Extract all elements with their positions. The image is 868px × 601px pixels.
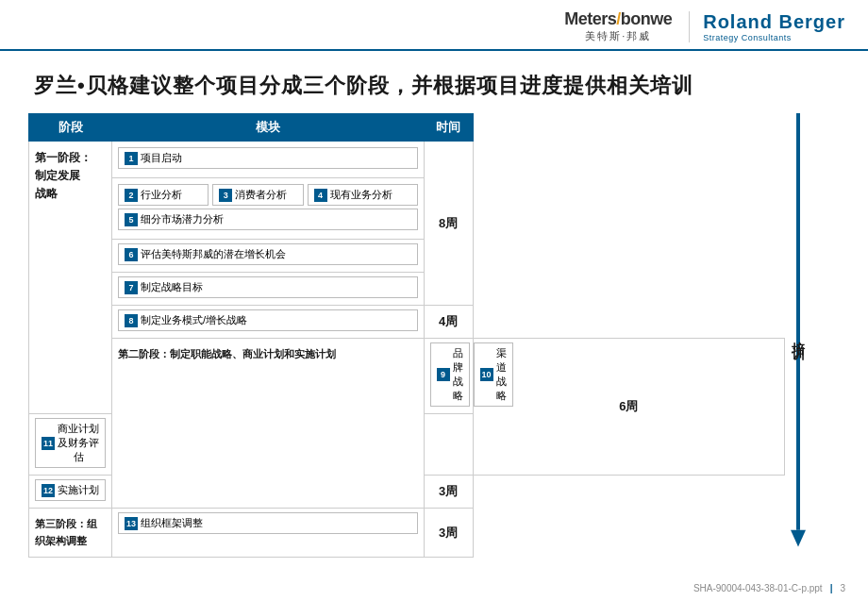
- phase2-label: 第二阶段：制定职能战略、商业计划和实施计划: [112, 339, 425, 509]
- footer: SHA-90004-043-38-01-C-p.ppt | 3: [693, 583, 845, 593]
- module8-row: 8 制定业务模式/增长战略: [118, 309, 418, 331]
- module910-row: 9 品牌战略 10 渠道战略: [430, 342, 467, 407]
- logo-roland-subtitle: Strategy Consultants: [703, 33, 792, 42]
- module6-cell: 6 评估美特斯邦威的潜在增长机会: [112, 240, 425, 273]
- logo-metersbonwe-zh: 美特斯·邦威: [585, 29, 651, 43]
- module2-num: 2: [125, 189, 138, 202]
- module3-text: 消费者分析: [235, 188, 287, 202]
- module12-text: 实施计划: [58, 483, 99, 497]
- footer-page: 3: [840, 583, 845, 593]
- module9-item: 9 品牌战略: [430, 342, 470, 407]
- module13-row: 13 组织框架调整: [118, 512, 418, 534]
- module5-item: 5 细分市场潜力分析: [118, 209, 418, 230]
- module23-inner: 2 行业分析 3 消费者分析 4 现有业务分析: [118, 182, 418, 235]
- module13-cell: 13 组织框架调整: [112, 509, 425, 558]
- footer-file: SHA-90004-043-38-01-C-p.ppt: [693, 583, 823, 593]
- module2-item: 2 行业分析: [118, 184, 209, 206]
- phase1-row2: 2 行业分析 3 消费者分析 4 现有业务分析: [29, 178, 785, 240]
- module9-text: 品牌战略: [453, 346, 463, 403]
- module5-num: 5: [125, 213, 138, 226]
- footer-divider: |: [830, 583, 833, 593]
- module11-cell: 11 商业计划及财务评估: [29, 414, 112, 476]
- module1-item: 1 项目启动: [118, 147, 418, 169]
- module11-row: 11 商业计划及财务评估: [35, 418, 106, 468]
- module7-row: 7 制定战略目标: [118, 276, 418, 298]
- module7-cell: 7 制定战略目标: [112, 273, 425, 306]
- module7-item: 7 制定战略目标: [118, 276, 418, 298]
- module1-cell: 1 项目启动: [112, 142, 425, 178]
- module12-num: 12: [42, 484, 55, 497]
- module12-row: 12 实施计划: [35, 479, 106, 501]
- col-header-module: 模块: [112, 114, 425, 142]
- module3-item: 3 消费者分析: [212, 184, 303, 206]
- module11-item: 11 商业计划及财务评估: [35, 418, 106, 468]
- phase1-row4: 7 制定战略目标: [29, 273, 785, 306]
- module10-num: 10: [480, 368, 493, 381]
- phase2-time1: 6周: [473, 339, 785, 476]
- module3-num: 3: [219, 189, 232, 202]
- logo-roland-name: Roland Berger: [703, 11, 845, 33]
- module6-text: 评估美特斯邦威的潜在增长机会: [141, 247, 286, 261]
- phase2-row: 第二阶段：制定职能战略、商业计划和实施计划 9 品牌战略 10 渠道战略: [29, 339, 785, 414]
- phase3-row: 第三阶段：组织架构调整 13 组织框架调整 3周: [29, 509, 785, 558]
- col-header-time: 时间: [424, 114, 473, 142]
- training-arrow-wrap: 培训: [785, 113, 811, 558]
- phase3-label: 第三阶段：组织架构调整: [29, 509, 112, 558]
- module5-row: 5 细分市场潜力分析: [118, 209, 418, 230]
- module13-num: 13: [125, 517, 138, 530]
- module5-text: 细分市场潜力分析: [141, 212, 224, 226]
- phase1-row: 第一阶段： 制定发展 战略 1 项目启动: [29, 142, 785, 178]
- svg-marker-1: [791, 530, 806, 547]
- module13-item: 13 组织框架调整: [118, 512, 418, 534]
- phase1-row5: 8 制定业务模式/增长战略 4周: [29, 306, 785, 339]
- module1-text: 项目启动: [141, 151, 182, 165]
- phase3-time: 3周: [424, 509, 473, 558]
- logo-metersbonwe-en: Meters/bonwe: [564, 9, 672, 29]
- module12-item: 12 实施计划: [35, 479, 106, 501]
- module10-text: 渠道战略: [496, 346, 507, 403]
- module23-cell: 2 行业分析 3 消费者分析 4 现有业务分析: [112, 178, 425, 240]
- module10-item: 10 渠道战略: [474, 342, 513, 407]
- module4-item: 4 现有业务分析: [308, 184, 418, 206]
- logo-roland-berger: Roland Berger Strategy Consultants: [689, 11, 845, 42]
- page-title: 罗兰•贝格建议整个项目分成三个阶段，并根据项目进度提供相关培训: [0, 51, 868, 113]
- training-label: 培训: [790, 330, 807, 342]
- module11-text: 商业计划及财务评估: [58, 422, 99, 464]
- module8-item: 8 制定业务模式/增长战略: [118, 309, 418, 331]
- module23-row: 2 行业分析 3 消费者分析 4 现有业务分析: [118, 184, 418, 206]
- module6-row: 6 评估美特斯邦威的潜在增长机会: [118, 243, 418, 265]
- module2-text: 行业分析: [141, 188, 182, 202]
- module8-cell: 8 制定业务模式/增长战略: [112, 306, 425, 339]
- table-outer-wrapper: 阶段 模块 时间 第一阶段： 制定发展 战略 1: [28, 113, 840, 558]
- module4-num: 4: [314, 189, 327, 202]
- header: Meters/bonwe 美特斯·邦威 Roland Berger Strate…: [0, 0, 868, 51]
- col-header-phase: 阶段: [29, 114, 112, 142]
- module8-text: 制定业务模式/增长战略: [141, 313, 247, 327]
- phase1-row3: 6 评估美特斯邦威的潜在增长机会: [29, 240, 785, 273]
- module8-num: 8: [125, 314, 138, 327]
- logo-metersbonwe: Meters/bonwe 美特斯·邦威: [564, 9, 672, 43]
- module7-num: 7: [125, 281, 138, 294]
- module910-cell: 9 品牌战略 10 渠道战略: [424, 339, 473, 414]
- project-table-wrap: 阶段 模块 时间 第一阶段： 制定发展 战略 1: [28, 113, 785, 558]
- module1-inner: 1 项目启动: [118, 145, 418, 174]
- module12-cell: 12 实施计划: [29, 476, 112, 509]
- main-content: 阶段 模块 时间 第一阶段： 制定发展 战略 1: [0, 113, 868, 558]
- project-table: 阶段 模块 时间 第一阶段： 制定发展 战略 1: [28, 113, 785, 558]
- module4-text: 现有业务分析: [330, 188, 392, 202]
- module6-num: 6: [125, 248, 138, 261]
- phase2-time2: 3周: [424, 476, 473, 509]
- module6-item: 6 评估美特斯邦威的潜在增长机会: [118, 243, 418, 265]
- module1-row: 1 项目启动: [118, 147, 418, 169]
- phase1-time1: 8周: [424, 142, 473, 306]
- module13-text: 组织框架调整: [141, 516, 203, 530]
- phase1-label: 第一阶段： 制定发展 战略: [29, 142, 112, 414]
- module9-num: 9: [437, 368, 450, 381]
- module1-num: 1: [125, 152, 138, 165]
- module7-text: 制定战略目标: [141, 280, 203, 294]
- phase1-time2: 4周: [424, 306, 473, 339]
- module11-num: 11: [42, 437, 55, 450]
